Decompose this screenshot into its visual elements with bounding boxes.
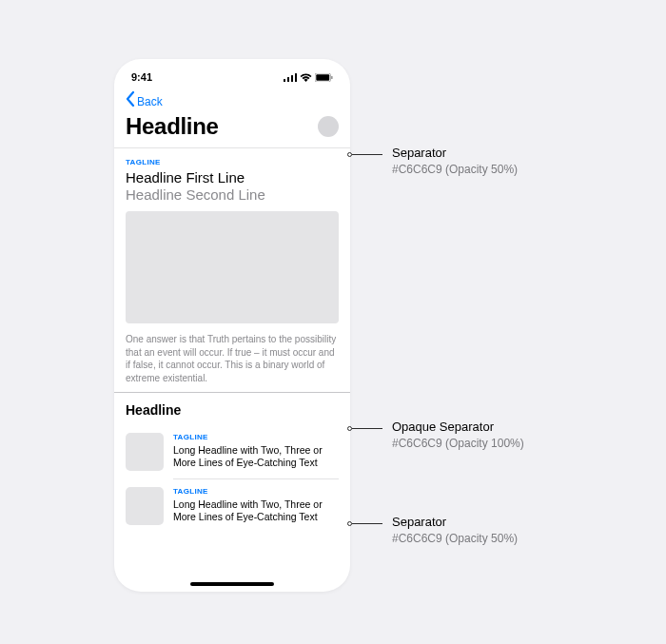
list-item-headline: Long Headline with Two, Three or More Li… xyxy=(173,444,339,469)
status-icons xyxy=(284,73,333,82)
back-button[interactable]: Back xyxy=(137,95,163,108)
article-tagline: TAGLINE xyxy=(126,158,339,166)
article-image-placeholder xyxy=(126,211,339,323)
svg-rect-0 xyxy=(284,79,285,82)
wifi-icon xyxy=(300,73,312,82)
cellular-icon xyxy=(284,73,297,82)
article-card[interactable]: TAGLINE Headline First Line Headline Sec… xyxy=(114,148,350,392)
status-bar: 9:41 xyxy=(114,59,350,88)
annotation: Separator #C6C6C9 (Opacity 50%) xyxy=(347,146,518,176)
page-title: Headline xyxy=(126,113,219,140)
article-headline-line1: Headline First Line xyxy=(126,169,339,186)
header-row: Headline xyxy=(114,113,350,147)
annotation-subtitle: #C6C6C9 (Opacity 50%) xyxy=(392,532,518,545)
annotation-line xyxy=(352,154,382,155)
annotation: Separator #C6C6C9 (Opacity 50%) xyxy=(347,515,518,545)
section-headline: Headline xyxy=(114,393,350,425)
back-chevron-icon[interactable] xyxy=(126,91,135,111)
list-item[interactable]: TAGLINE Long Headline with Two, Three or… xyxy=(114,479,350,533)
phone-frame: 9:41 Back Headline TAGLINE Headline Firs… xyxy=(114,59,350,592)
article-headline-line2: Headline Second Line xyxy=(126,186,339,204)
nav-bar: Back xyxy=(114,88,350,113)
list-item[interactable]: TAGLINE Long Headline with Two, Three or… xyxy=(114,425,350,478)
list-item-tagline: TAGLINE xyxy=(173,487,339,496)
svg-rect-6 xyxy=(331,76,332,79)
svg-rect-5 xyxy=(316,74,329,80)
annotation-subtitle: #C6C6C9 (Opacity 50%) xyxy=(392,163,518,176)
annotation-title: Separator xyxy=(392,146,518,160)
list-item-headline: Long Headline with Two, Three or More Li… xyxy=(173,498,339,523)
home-indicator[interactable] xyxy=(190,582,274,586)
thumbnail-placeholder xyxy=(126,433,164,471)
avatar[interactable] xyxy=(318,116,339,137)
article-body: One answer is that Truth pertains to the… xyxy=(126,333,339,384)
svg-rect-3 xyxy=(295,73,297,82)
annotation-line xyxy=(352,428,382,429)
battery-icon xyxy=(315,73,333,82)
svg-rect-2 xyxy=(291,75,293,82)
svg-rect-1 xyxy=(287,77,289,82)
thumbnail-placeholder xyxy=(126,487,164,525)
annotation-title: Separator xyxy=(392,515,518,529)
annotation: Opaque Separator #C6C6C9 (Opacity 100%) xyxy=(347,420,524,450)
annotation-subtitle: #C6C6C9 (Opacity 100%) xyxy=(392,437,524,450)
annotation-title: Opaque Separator xyxy=(392,420,524,434)
annotation-line xyxy=(352,523,382,524)
status-time: 9:41 xyxy=(131,71,152,83)
list-item-tagline: TAGLINE xyxy=(173,433,339,441)
